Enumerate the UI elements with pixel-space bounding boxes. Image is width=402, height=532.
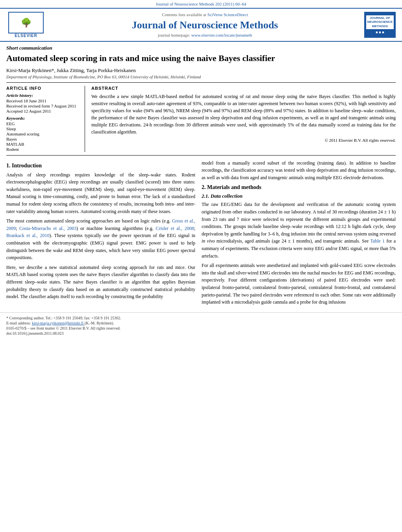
journal-homepage: journal homepage: www.elsevier.com/locat… xyxy=(50,33,360,37)
journal-logo-inner: JOURNAL OF NEUROSCIENCE METHODS xyxy=(366,15,394,29)
keyword-sleep: Sleep xyxy=(6,126,80,131)
accepted-date: Accepted 12 August 2011 xyxy=(6,109,80,113)
table1-link[interactable]: Table 1 xyxy=(370,238,385,244)
ref-costa-2003[interactable]: Costa-Miserachs et al., 2003 xyxy=(19,226,76,231)
journal-logo-box: JOURNAL OF NEUROSCIENCE METHODS ■ ■ ■ xyxy=(364,12,396,38)
body-left-column: 1. Introduction Analysis of sleep record… xyxy=(6,159,195,308)
intro-para-1: Analysis of sleep recordings requires kn… xyxy=(6,171,195,215)
article-authors: Kirsi-Marja Rytkönen*, Jukka Zitting, Ta… xyxy=(0,67,402,74)
sciverse-link[interactable]: SciVerse ScienceDirect xyxy=(207,12,248,17)
elsevier-logo-box: 🌳 xyxy=(8,12,44,33)
sciverse-text: Contents lists available at SciVerse Sci… xyxy=(50,12,360,17)
footnote-license: 0165-0270/$ – see front matter © 2011 El… xyxy=(6,326,396,330)
homepage-link[interactable]: www.elsevier.com/locate/jneumeth xyxy=(191,33,252,37)
section2-title: 2. Materials and methods xyxy=(202,184,396,191)
keywords-label: Keywords: xyxy=(6,116,80,120)
keyword-bayes: Bayes xyxy=(6,137,80,141)
footnote-section: * Corresponding author. Tel.: +358 9 191… xyxy=(0,312,402,338)
section2-para2: For all experiments animals were anesthe… xyxy=(202,262,396,306)
journal-reference-bar: Journal of Neuroscience Methods 202 (201… xyxy=(0,0,402,9)
section1-title: 1. Introduction xyxy=(6,163,195,169)
keywords-list: EEG Sleep Automated scoring Bayes MATLAB… xyxy=(6,121,80,152)
keyword-eeg: EEG xyxy=(6,121,80,126)
article-info-header: ARTICLE INFO xyxy=(6,86,80,91)
keyword-automated: Automated scoring xyxy=(6,132,80,136)
footnote-email: E-mail address: kirsi-marja.rytkonen@hel… xyxy=(6,321,396,325)
intro-para-2: The most common automated sleep scoring … xyxy=(6,217,195,261)
article-affiliation: Department of Physiology, Institute of B… xyxy=(0,74,402,82)
journal-logo-icon: ■ ■ ■ xyxy=(376,30,384,34)
journal-ref-text: Journal of Neuroscience Methods 202 (201… xyxy=(156,2,246,6)
body-section: 1. Introduction Analysis of sleep record… xyxy=(0,156,402,308)
copyright-line: © 2011 Elsevier B.V. All rights reserved… xyxy=(91,138,396,143)
article-info-column: ARTICLE INFO Article history: Received 1… xyxy=(6,86,85,152)
header-center: Contents lists available at SciVerse Sci… xyxy=(50,12,360,38)
article-type: Short communication xyxy=(0,42,402,51)
section2-para1: The raw EEG/EMG data for the development… xyxy=(202,201,396,260)
body-right-column: model from a manually scored subset of t… xyxy=(202,159,396,308)
abstract-column: ABSTRACT We describe a new simple MATLAB… xyxy=(91,86,396,152)
article-title: Automated sleep scoring in rats and mice… xyxy=(0,51,402,67)
keyword-rodent: Rodent xyxy=(6,147,80,152)
article-info-abstract: ARTICLE INFO Article history: Received 1… xyxy=(0,83,402,155)
section2-1-title: 2.1. Data collection xyxy=(202,193,396,199)
footnote-doi: doi:10.1016/j.jneumeth.2011.08.023 xyxy=(6,331,396,336)
elsevier-logo: 🌳 ELSEVIER xyxy=(6,12,46,38)
received-date-1: Received 18 June 2011 xyxy=(6,98,80,103)
ref-brankack-2010[interactable]: Brankack et al., 2010 xyxy=(6,233,49,238)
abstract-text: We describe a new simple MATLAB-based me… xyxy=(91,93,396,135)
keyword-matlab: MATLAB xyxy=(6,142,80,146)
email-link[interactable]: kirsi-marja.rytkonen@helsinki.fi xyxy=(32,321,85,325)
elsevier-tree-icon: 🌳 xyxy=(21,18,31,28)
abstract-header: ABSTRACT xyxy=(91,86,396,91)
ref-crisler-2008[interactable]: Crisler et al., 2008 xyxy=(156,226,194,231)
intro-para-4-right: model from a manually scored subset of t… xyxy=(202,159,396,182)
received-date-revised: Received in revised form 7 August 2011 xyxy=(6,104,80,108)
journal-title: Journal of Neuroscience Methods xyxy=(50,19,360,31)
history-label: Article history: xyxy=(6,93,80,98)
intro-para-3: Here, we describe a new statistical auto… xyxy=(6,264,195,300)
footnote-corresponding: * Corresponding author. Tel.: +358 9 191… xyxy=(6,316,396,320)
elsevier-label: ELSEVIER xyxy=(15,33,37,38)
page-header: 🌳 ELSEVIER Contents lists available at S… xyxy=(0,9,402,42)
